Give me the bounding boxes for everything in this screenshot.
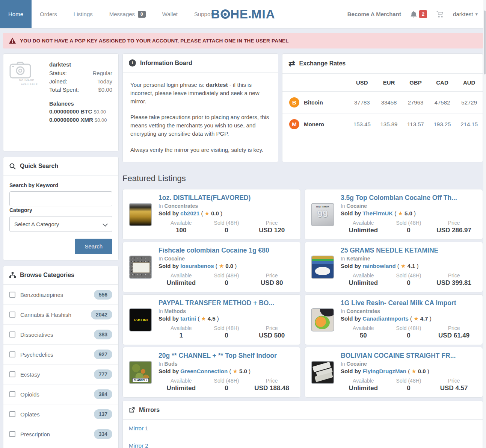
sold-label: Sold (48H) (204, 220, 249, 226)
star-icon (205, 210, 211, 216)
price-value: USD 286.97 (431, 227, 477, 234)
available-label: Available (158, 325, 204, 331)
listing-category: In Methods (158, 308, 294, 314)
category-row-psychedelics[interactable]: Psychedelics 927 (3, 344, 118, 364)
seller-link[interactable]: cb2021 (180, 210, 199, 216)
sold-by-label: Sold by (341, 315, 361, 322)
become-merchant-link[interactable]: Become A Merchant (347, 11, 401, 17)
listing-thumbnail[interactable]: THEFIRMUK99 (311, 203, 334, 226)
keyword-input[interactable] (9, 191, 112, 206)
listing-title-link[interactable]: PAYPAL TRANSFER METHOD + BO... (158, 299, 294, 307)
seller-link[interactable]: FlyingDrugzMan (362, 368, 406, 374)
listing-thumbnail[interactable]: CHANNEL+ (129, 361, 152, 384)
listing-category: In Cocaine (158, 256, 294, 262)
exchange-rates-panel: Exchange Rates USD EUR GBP CAD AUD (282, 53, 483, 162)
category-row-cannabis[interactable]: Cannabis & Hashish 2042 (3, 304, 118, 324)
category-select[interactable]: Select A Category (9, 216, 112, 232)
user-spent-row: Total Spent: $0.00 (49, 86, 112, 94)
listing-thumbnail[interactable] (311, 361, 334, 384)
category-row-ecstasy[interactable]: Ecstasy 777 (3, 364, 118, 384)
category-checkbox[interactable] (9, 312, 15, 318)
category-row-dissociatives[interactable]: Dissociatives 383 (3, 324, 118, 344)
info-paragraph: Your personal login phrase is: darktest … (130, 81, 270, 105)
rate-col-cad: CAD (429, 74, 456, 92)
nav-item-wallet[interactable]: Wallet (154, 0, 186, 28)
listing-thumbnail[interactable] (129, 203, 152, 226)
category-count-badge: 2042 (91, 310, 112, 319)
category-row-prescription[interactable]: Prescription 334 (3, 424, 118, 444)
info-text: Your personal login phrase is: (130, 82, 206, 88)
mirror-1-link[interactable]: Mirror 1 (129, 425, 148, 431)
seller-link[interactable]: losurabenos (180, 263, 214, 269)
bohemia-logo[interactable]: BHEMIA (211, 7, 275, 21)
nav-item-listings[interactable]: Listings (65, 0, 101, 28)
seller-link[interactable]: rainbowland (362, 263, 395, 269)
page-scrollbar[interactable] (483, 0, 486, 448)
search-icon (9, 163, 16, 170)
seller-link[interactable]: CanadianImports (362, 315, 409, 322)
category-checkbox[interactable] (9, 292, 15, 298)
sold-label: Sold (48H) (204, 272, 249, 278)
nav-item-orders[interactable]: Orders (32, 0, 65, 28)
listing-title-link[interactable]: BOLIVIAN COCAINE STRAIGHT FR... (341, 352, 477, 360)
listing-title-link[interactable]: 1oz. DISTILLATE(FLAVORED) (158, 194, 294, 202)
sold-by-label: Sold by (341, 263, 361, 269)
row-label: Status: (49, 69, 67, 77)
sold-by-label: Sold by (158, 368, 179, 374)
notifications-button[interactable]: 2 (410, 10, 427, 18)
listing-title-link[interactable]: Fishcale colombian Cocaine 1g €80 (158, 247, 294, 255)
xmr-balance: 0.00000000 XMR $0.00 (49, 116, 112, 124)
category-checkbox[interactable] (9, 371, 15, 377)
rate-value: 135.89 (376, 114, 403, 135)
cart-button[interactable] (436, 11, 444, 18)
nav-item-messages[interactable]: Messages 0 (101, 0, 154, 28)
rate-value: 37783 (349, 92, 376, 114)
listing-thumbnail[interactable] (311, 256, 334, 279)
category-checkbox[interactable] (9, 351, 15, 357)
mirror-row: Mirror 2 (123, 437, 483, 448)
category-checkbox[interactable] (9, 331, 15, 338)
mirror-2-link[interactable]: Mirror 2 (129, 442, 148, 448)
row-value: Today (97, 77, 112, 86)
available-label: Available (341, 220, 386, 226)
seller-link[interactable]: tartini (180, 315, 196, 322)
nav-item-label: Orders (40, 11, 57, 17)
sold-label: Sold (48H) (386, 325, 432, 331)
listing-card: Fishcale colombian Cocaine 1g €80 In Coc… (122, 242, 301, 292)
listing-title-link[interactable]: 25 GRAMS NEEDLE KETAMINE (341, 247, 477, 255)
listing-thumbnail[interactable] (311, 308, 334, 331)
category-row-opiates[interactable]: Opiates 137 (3, 404, 118, 424)
listing-title-link[interactable]: 20g ** CHANNEL + ** Top Shelf Indoor (158, 352, 294, 360)
nav-item-home[interactable]: Home (0, 0, 32, 28)
category-checkbox[interactable] (9, 411, 15, 417)
listing-seller: Sold by rainbowland 4.1 (341, 263, 477, 269)
search-button[interactable]: Search (75, 239, 112, 254)
category-checkbox[interactable] (9, 391, 15, 397)
rate-value: 153.45 (349, 114, 376, 135)
quick-search-header: Quick Search (3, 157, 118, 176)
price-value: USD 500 (249, 332, 294, 339)
category-row-opioids[interactable]: Opioids 384 (3, 384, 118, 404)
price-value: USD 61.49 (431, 332, 477, 339)
listing-title-link[interactable]: 3.5g Top Colombian Cocaine Off Th... (341, 194, 477, 202)
top-row: Information Board Your personal login ph… (122, 53, 483, 162)
scrollbar-thumb[interactable] (484, 11, 486, 74)
rate-col-aud: AUD (456, 74, 483, 92)
listing-stats: AvailableUnlimited Sold (48H)0 PriceUSD … (341, 220, 477, 235)
category-checkbox[interactable] (9, 431, 15, 437)
available-value: Unlimited (341, 384, 386, 392)
user-panel: NO IMAGE AVAILABLE darktest Status: Regu… (3, 53, 119, 151)
price-value: USD 4.57 (431, 384, 477, 392)
listing-thumbnail[interactable]: TARTINI (129, 308, 152, 331)
price-label: Price (249, 272, 294, 278)
thumb-text: 99 (317, 209, 328, 219)
listing-thumbnail[interactable] (129, 256, 152, 279)
user-menu[interactable]: darktest (453, 11, 478, 17)
category-row-partial[interactable] (3, 444, 118, 448)
categories-header: Browse Categories (3, 266, 118, 285)
mirrors-title: Mirrors (139, 407, 160, 413)
listing-title-link[interactable]: 1G Live Resin- Cereal Milk CA Import (341, 299, 477, 307)
seller-link[interactable]: TheFirmUK (362, 210, 393, 216)
seller-link[interactable]: GreenConnection (180, 368, 228, 374)
category-row-benzodiazepines[interactable]: Benzodiazepines 556 (3, 285, 118, 304)
